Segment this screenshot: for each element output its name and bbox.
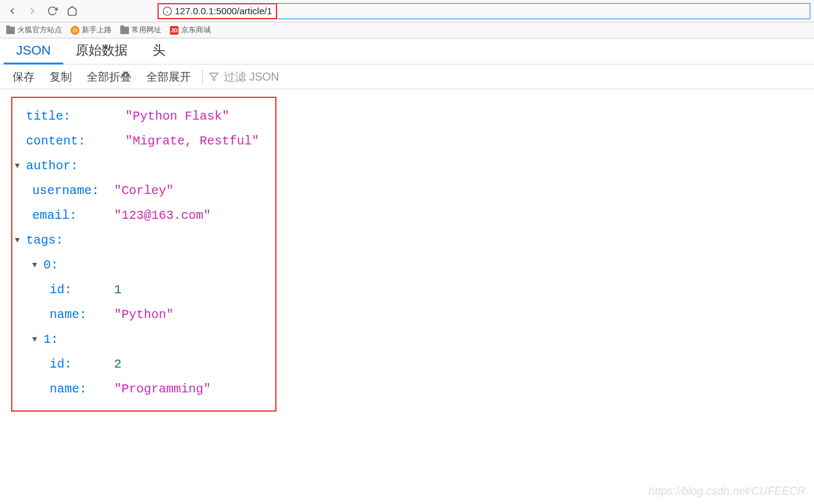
json-value: "Python" xyxy=(114,303,174,327)
json-row-tag0-name: name:"Python" xyxy=(50,303,269,327)
json-key[interactable]: name xyxy=(50,307,79,322)
json-row-title: ▼ title:"Python Flask" xyxy=(15,104,269,129)
home-button[interactable] xyxy=(63,2,81,20)
save-button[interactable]: 保存 xyxy=(7,67,40,87)
json-row-tag0[interactable]: ▼ 0: xyxy=(32,253,269,278)
json-row-tag1-name: name:"Programming" xyxy=(50,377,269,402)
separator xyxy=(202,70,203,84)
json-key[interactable]: email xyxy=(32,208,69,223)
chevron-down-icon[interactable]: ▼ xyxy=(15,232,24,249)
collapse-all-button[interactable]: 全部折叠 xyxy=(82,67,136,87)
filter-section[interactable]: 过滤 JSON xyxy=(209,69,279,84)
json-key[interactable]: username xyxy=(32,183,92,198)
bookmark-label: 京东商城 xyxy=(181,25,211,35)
json-key[interactable]: title xyxy=(26,109,63,123)
info-icon xyxy=(162,6,172,16)
action-bar: 保存 复制 全部折叠 全部展开 过滤 JSON xyxy=(0,64,814,89)
json-key[interactable]: content xyxy=(26,134,78,148)
json-value: "Programming" xyxy=(114,377,211,402)
bookmark-label: 常用网址 xyxy=(131,25,161,35)
firefox-icon xyxy=(71,26,79,35)
chevron-down-icon[interactable]: ▼ xyxy=(32,332,41,348)
json-row-author[interactable]: ▼ author: xyxy=(15,154,269,179)
url-bar[interactable]: 127.0.0.1:5000/article/1 xyxy=(157,2,810,20)
bookmark-common-urls[interactable]: 常用网址 xyxy=(120,25,161,35)
reload-button[interactable] xyxy=(43,2,61,20)
json-key: author xyxy=(26,154,71,179)
bookmark-firefox-official[interactable]: 火狐官方站点 xyxy=(6,25,62,35)
bookmark-jd[interactable]: JD 京东商城 xyxy=(170,25,211,35)
json-key: 1 xyxy=(43,327,51,352)
json-key: 0 xyxy=(43,253,51,278)
json-highlight-box: ▼ title:"Python Flask" ▼ content:"Migrat… xyxy=(11,97,276,412)
json-value: "Corley" xyxy=(114,179,174,203)
url-text: 127.0.0.1:5000/article/1 xyxy=(175,6,272,16)
json-row-content: ▼ content:"Migrate, Restful" xyxy=(15,129,269,154)
json-key: tags xyxy=(26,228,56,253)
json-value: "Python Flask" xyxy=(125,104,229,129)
bookmark-getting-started[interactable]: 新手上路 xyxy=(71,25,112,35)
chevron-down-icon[interactable]: ▼ xyxy=(32,257,41,273)
json-content: ▼ title:"Python Flask" ▼ content:"Migrat… xyxy=(0,89,814,424)
watermark: https://blog.csdn.net/CUFEECR xyxy=(648,485,805,498)
json-row-tag1-id: id:2 xyxy=(50,352,269,377)
svg-marker-3 xyxy=(210,73,218,81)
back-button[interactable] xyxy=(4,2,21,20)
browser-toolbar: 127.0.0.1:5000/article/1 xyxy=(0,0,814,22)
tab-raw[interactable]: 原始数据 xyxy=(63,37,140,66)
filter-label: 过滤 JSON xyxy=(224,69,279,84)
json-row-username: username:"Corley" xyxy=(32,179,269,203)
bookmark-label: 火狐官方站点 xyxy=(17,25,62,35)
filter-icon xyxy=(209,72,219,82)
json-value: 1 xyxy=(114,278,122,303)
jd-icon: JD xyxy=(170,26,179,35)
chevron-down-icon[interactable]: ▼ xyxy=(15,158,24,174)
url-bar-extension xyxy=(277,3,810,19)
json-value: "123@163.com" xyxy=(114,203,211,228)
tab-headers[interactable]: 头 xyxy=(140,37,178,66)
folder-icon xyxy=(6,27,15,34)
copy-button[interactable]: 复制 xyxy=(45,67,77,87)
json-key[interactable]: name xyxy=(50,382,79,396)
forward-button[interactable] xyxy=(24,2,41,20)
json-row-tags[interactable]: ▼ tags: xyxy=(15,228,269,253)
json-key[interactable]: id xyxy=(50,357,64,371)
json-value: 2 xyxy=(114,352,122,377)
json-row-tag1[interactable]: ▼ 1: xyxy=(32,327,269,352)
expand-all-button[interactable]: 全部展开 xyxy=(141,67,196,87)
json-viewer-tabs: JSON 原始数据 头 xyxy=(0,38,814,64)
json-key[interactable]: id xyxy=(50,283,64,297)
json-value: "Migrate, Restful" xyxy=(125,129,259,154)
tab-json[interactable]: JSON xyxy=(4,38,63,64)
json-row-email: email:"123@163.com" xyxy=(32,203,269,228)
json-row-tag0-id: id:1 xyxy=(50,278,269,303)
bookmark-label: 新手上路 xyxy=(82,25,112,35)
folder-icon xyxy=(120,27,129,34)
